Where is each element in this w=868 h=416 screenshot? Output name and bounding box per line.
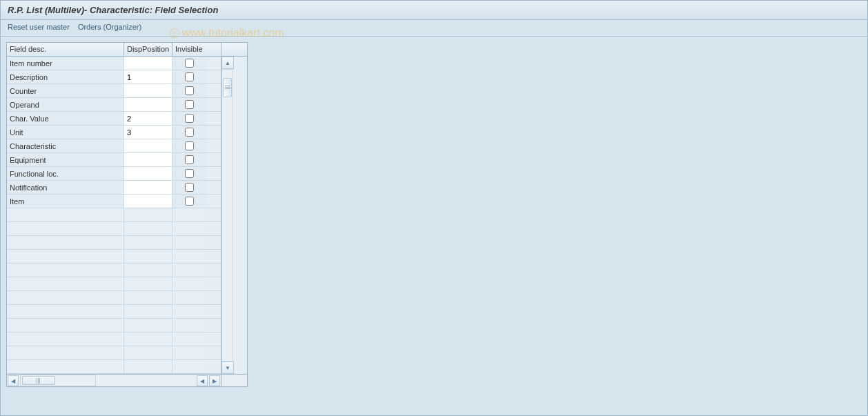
disp-position-input[interactable] — [124, 195, 172, 208]
triangle-left-icon: ◀ — [11, 378, 15, 384]
table-row: Item number — [7, 57, 221, 70]
vscroll-thumb[interactable] — [223, 78, 232, 97]
invisible-checkbox[interactable] — [185, 128, 194, 137]
scroll-up-button[interactable]: ▲ — [221, 57, 234, 69]
col-header-disp-position[interactable]: DispPosition — [124, 43, 172, 56]
disp-position-input[interactable] — [124, 167, 172, 180]
disp-position-input[interactable] — [124, 346, 172, 359]
table-row: Description — [7, 70, 221, 84]
disp-position-cell — [124, 333, 172, 346]
disp-position-input[interactable] — [124, 70, 172, 83]
triangle-right-icon: ▶ — [213, 378, 217, 384]
disp-position-input[interactable] — [124, 139, 172, 152]
table-row-empty — [7, 277, 221, 291]
invisible-cell — [172, 70, 206, 83]
disp-position-cell — [124, 250, 172, 263]
invisible-cell — [172, 346, 206, 359]
disp-position-input[interactable] — [124, 57, 172, 70]
invisible-cell — [172, 360, 206, 373]
disp-position-cell — [124, 264, 172, 277]
disp-position-input[interactable] — [124, 84, 172, 97]
disp-position-cell — [124, 57, 172, 70]
field-desc-cell — [7, 360, 124, 373]
table-grid: Field desc. DispPosition Invisible Item … — [7, 43, 221, 374]
reset-user-master-button[interactable]: Reset user master — [8, 23, 70, 33]
invisible-cell — [172, 139, 206, 152]
field-desc-cell: Item number — [7, 57, 124, 70]
disp-position-input[interactable] — [124, 264, 172, 277]
disp-position-cell — [124, 84, 172, 97]
vscroll-track[interactable] — [221, 69, 233, 361]
invisible-checkbox[interactable] — [185, 72, 194, 81]
disp-position-input[interactable] — [124, 360, 172, 373]
field-desc-cell: Equipment — [7, 153, 124, 166]
col-header-field-desc[interactable]: Field desc. — [7, 43, 124, 56]
table-row-empty — [7, 319, 221, 333]
orders-organizer-button[interactable]: Orders (Organizer) — [78, 23, 141, 33]
table-settings-button[interactable] — [221, 43, 247, 57]
field-desc-cell — [7, 250, 124, 263]
disp-position-cell — [124, 277, 172, 290]
disp-position-cell — [124, 139, 172, 152]
disp-position-input[interactable] — [124, 208, 172, 221]
disp-position-input[interactable] — [124, 112, 172, 125]
col-header-invisible[interactable]: Invisible — [172, 43, 206, 56]
invisible-checkbox[interactable] — [185, 86, 194, 95]
invisible-checkbox[interactable] — [185, 197, 194, 206]
field-desc-cell — [7, 264, 124, 277]
horizontal-scrollbar: ◀ ◀ ▶ — [7, 374, 221, 386]
disp-position-input[interactable] — [124, 98, 172, 111]
field-desc-cell — [7, 346, 124, 359]
disp-position-cell — [124, 346, 172, 359]
disp-position-input[interactable] — [124, 153, 172, 166]
vertical-scrollbar: ▲ ▼ — [221, 57, 233, 374]
scroll-down-button[interactable]: ▼ — [221, 361, 234, 374]
field-desc-cell: Notification — [7, 181, 124, 194]
scroll-left-end-button[interactable]: ◀ — [197, 375, 208, 386]
invisible-cell — [172, 236, 206, 249]
window-title-bar: R.P. List (Multilev)- Characteristic: Fi… — [1, 1, 867, 20]
disp-position-input[interactable] — [124, 181, 172, 194]
invisible-checkbox[interactable] — [185, 183, 194, 192]
disp-position-cell — [124, 98, 172, 111]
invisible-checkbox[interactable] — [185, 114, 194, 123]
hscroll-track[interactable] — [20, 375, 96, 386]
disp-position-input[interactable] — [124, 319, 172, 332]
disp-position-cell — [124, 195, 172, 208]
table-row-empty — [7, 236, 221, 250]
disp-position-input[interactable] — [124, 333, 172, 346]
disp-position-input[interactable] — [124, 250, 172, 263]
field-desc-cell: Unit — [7, 126, 124, 139]
table-row: Unit — [7, 126, 221, 139]
disp-position-input[interactable] — [124, 222, 172, 235]
triangle-down-icon: ▼ — [225, 365, 230, 371]
invisible-cell — [172, 208, 206, 221]
disp-position-cell — [124, 236, 172, 249]
scroll-right-button[interactable]: ▶ — [209, 375, 220, 386]
disp-position-cell — [124, 126, 172, 139]
disp-position-input[interactable] — [124, 277, 172, 290]
disp-position-cell — [124, 181, 172, 194]
table-row: Counter — [7, 84, 221, 98]
invisible-cell — [172, 250, 206, 263]
table-header-row: Field desc. DispPosition Invisible — [7, 43, 221, 57]
hscroll-thumb[interactable] — [22, 376, 55, 385]
field-desc-cell: Operand — [7, 98, 124, 111]
disp-position-input[interactable] — [124, 291, 172, 304]
toolbar: Reset user master Orders (Organizer) — [1, 20, 867, 37]
invisible-checkbox[interactable] — [185, 100, 194, 109]
invisible-cell — [172, 167, 206, 180]
invisible-checkbox[interactable] — [185, 59, 194, 68]
invisible-checkbox[interactable] — [185, 141, 194, 150]
invisible-cell — [172, 195, 206, 208]
table-row: Equipment — [7, 153, 221, 167]
field-selection-table: Field desc. DispPosition Invisible Item … — [6, 42, 248, 387]
field-desc-cell — [7, 222, 124, 235]
disp-position-input[interactable] — [124, 236, 172, 249]
scroll-left-button[interactable]: ◀ — [8, 375, 19, 386]
disp-position-input[interactable] — [124, 305, 172, 318]
invisible-checkbox[interactable] — [185, 169, 194, 178]
invisible-checkbox[interactable] — [185, 155, 194, 164]
disp-position-cell — [124, 360, 172, 373]
disp-position-input[interactable] — [124, 126, 172, 139]
